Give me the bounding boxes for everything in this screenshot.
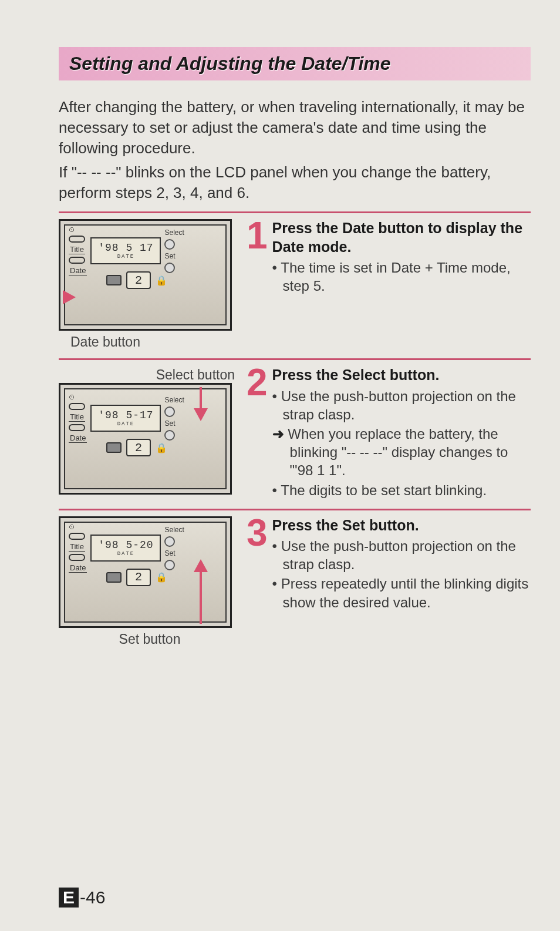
step-2: Select button ⏲ Title Date '98 5-17 DATE [59, 366, 531, 500]
step-1-bullet-1: The time is set in Date + Time mode, ste… [272, 258, 531, 295]
step-3-bullet-2: Press repeatedly until the blinking digi… [272, 574, 531, 611]
lock-icon: 🔒 [156, 572, 167, 583]
step-3-bullet-1: Use the push-button projection on the st… [272, 537, 531, 573]
section-title: Setting and Adjusting the Date/Time [69, 53, 391, 74]
section-title-bar: Setting and Adjusting the Date/Time [59, 47, 531, 80]
title-button-label: Title [69, 542, 85, 552]
figure-step-1: ⏲ Title Date '98 5 17 DATE Select Set [59, 219, 232, 331]
select-label: Select [164, 526, 184, 534]
select-button-icon [164, 536, 175, 547]
title-button-label: Title [69, 245, 85, 254]
step-number-3: 3 [247, 516, 268, 550]
date-button-label: Date [69, 563, 87, 573]
intro-text: After changing the battery, or when trav… [59, 97, 531, 159]
pointer-arrow-icon [63, 290, 76, 304]
step-number-2: 2 [247, 366, 268, 400]
lcd-sub: DATE [117, 254, 135, 260]
frame-counter: 2 [126, 569, 151, 586]
step-2-title: Press the Select button. [272, 366, 531, 384]
step-3-title: Press the Set button. [272, 516, 531, 535]
page-number-prefix: E [59, 888, 79, 908]
lcd-screen: '98 5-17 DATE [90, 405, 161, 432]
date-button-label: Date [69, 433, 87, 443]
select-button-icon [164, 406, 175, 417]
divider [59, 509, 531, 510]
figure-caption-3: Set button [59, 631, 241, 647]
lcd-sub: DATE [117, 421, 135, 427]
figure-step-2: ⏲ Title Date '98 5-17 DATE Select Set [59, 383, 232, 495]
step-2-bullet-1: Use the push-button projection on the st… [272, 387, 531, 424]
frame-counter: 2 [126, 439, 151, 456]
select-button-icon [164, 239, 175, 250]
lcd-main: '98 5 17 [98, 242, 153, 254]
step-2-arrow-1: When you replace the battery, the blinki… [272, 425, 531, 480]
timer-icon: ⏲ [69, 394, 75, 401]
date-button-label: Date [69, 266, 87, 275]
select-label: Select [164, 396, 184, 404]
set-label: Set [164, 549, 184, 557]
divider [59, 211, 531, 213]
page-number: E-46 [59, 888, 105, 908]
frame-counter: 2 [126, 271, 151, 289]
pointer-stem [200, 387, 202, 411]
divider [59, 358, 531, 360]
figure-caption-1: Date button [59, 334, 241, 350]
lock-icon: 🔒 [156, 442, 167, 453]
pointer-stem [200, 571, 202, 624]
set-label: Set [164, 252, 184, 260]
set-button-icon [164, 560, 175, 570]
lcd-main: '98 5-17 [98, 409, 153, 421]
step-1-title: Press the Date button to display the Dat… [272, 219, 531, 256]
lcd-sub: DATE [117, 551, 135, 557]
select-label: Select [164, 228, 184, 237]
timer-icon: ⏲ [69, 523, 75, 530]
lock-icon: 🔒 [156, 275, 167, 286]
film-icon [106, 572, 122, 583]
step-1: ⏲ Title Date '98 5 17 DATE Select Set [59, 219, 531, 350]
figure-caption-2: Select button [59, 367, 241, 383]
page-number-value: -46 [80, 888, 105, 907]
set-button-icon [164, 430, 175, 441]
set-label: Set [164, 419, 184, 428]
intro-bold: If "-- -- --" blinks on the LCD panel wh… [59, 162, 531, 203]
lcd-main: '98 5-20 [98, 539, 153, 551]
lcd-screen: '98 5-20 DATE [90, 535, 161, 562]
film-icon [106, 275, 122, 285]
step-number-1: 1 [247, 219, 268, 253]
pointer-arrow-icon [194, 559, 208, 572]
lcd-screen: '98 5 17 DATE [90, 237, 161, 264]
film-icon [106, 442, 122, 453]
timer-icon: ⏲ [69, 226, 75, 233]
title-button-label: Title [69, 412, 85, 422]
step-3: ⏲ Title Date '98 5-20 DATE Select Set [59, 516, 531, 647]
step-2-bullet-2: The digits to be set start blinking. [272, 481, 531, 499]
pointer-arrow-icon [194, 408, 208, 421]
set-button-icon [164, 263, 175, 273]
figure-step-3: ⏲ Title Date '98 5-20 DATE Select Set [59, 516, 232, 628]
